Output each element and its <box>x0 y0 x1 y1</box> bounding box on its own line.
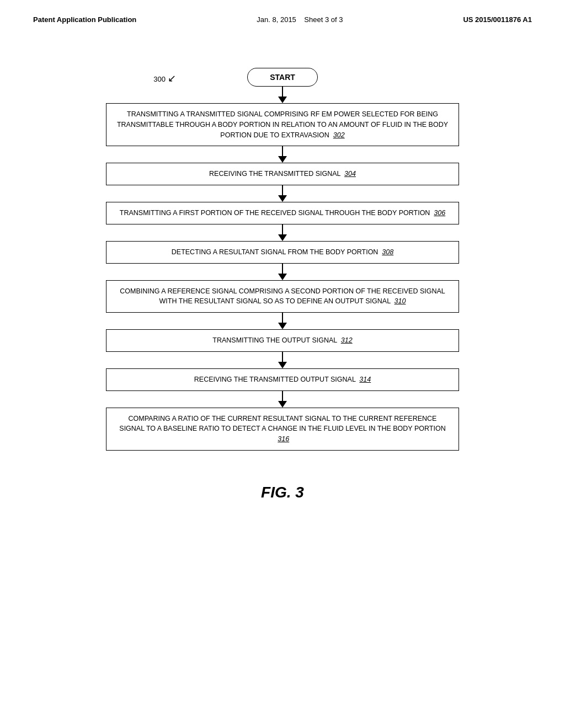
step-302-text: TRANSMITTING A TRANSMITTED SIGNAL COMPRI… <box>117 110 448 139</box>
step-316-text: COMPARING A RATIO OF THE CURRENT RESULTA… <box>119 415 445 443</box>
page-header: Patent Application Publication Jan. 8, 2… <box>0 0 565 24</box>
step-306-box: TRANSMITTING A FIRST PORTION OF THE RECE… <box>106 202 459 224</box>
page: Patent Application Publication Jan. 8, 2… <box>0 0 565 728</box>
step-304-num: 304 <box>344 170 356 178</box>
connector-4 <box>278 264 287 280</box>
step-314-text: RECEIVING THE TRANSMITTED OUTPUT SIGNAL … <box>194 376 371 383</box>
arrow-head <box>278 234 287 241</box>
step-310-box: COMBINING A REFERENCE SIGNAL COMPRISING … <box>106 280 459 313</box>
figure-label: FIG. 3 <box>0 484 565 501</box>
header-patent-number: US 2015/0011876 A1 <box>463 15 532 24</box>
header-sheet: Sheet 3 of 3 <box>304 15 343 24</box>
start-label: START <box>270 73 295 82</box>
connector-5 <box>278 313 287 329</box>
step-312-box: TRANSMITTING THE OUTPUT SIGNAL 312 <box>106 329 459 352</box>
arrow-head <box>278 401 287 408</box>
connector-6 <box>278 352 287 368</box>
arrow-line <box>282 352 283 362</box>
step-302-num: 302 <box>333 131 345 139</box>
step-314-box: RECEIVING THE TRANSMITTED OUTPUT SIGNAL … <box>106 368 459 391</box>
step-304-text: RECEIVING THE TRANSMITTED SIGNAL 304 <box>209 170 356 178</box>
arrow-head <box>278 274 287 280</box>
arrow-head <box>278 156 287 163</box>
step-306-text: TRANSMITTING A FIRST PORTION OF THE RECE… <box>120 209 445 217</box>
arrow-line <box>282 313 283 323</box>
arrow-line <box>282 264 283 274</box>
connector-1 <box>278 146 287 163</box>
arrow-line <box>282 185 283 195</box>
start-ellipse: START <box>247 68 318 87</box>
step-306-num: 306 <box>434 209 445 217</box>
arrow-head <box>278 362 287 368</box>
step-316-box: COMPARING A RATIO OF THE CURRENT RESULTA… <box>106 408 459 451</box>
connector-7 <box>278 391 287 408</box>
step-310-text: COMBINING A REFERENCE SIGNAL COMPRISING … <box>120 287 445 306</box>
arrow-line <box>282 224 283 234</box>
step-310-num: 310 <box>395 297 406 305</box>
header-date: Jan. 8, 2015 <box>257 15 296 24</box>
header-date-sheet: Jan. 8, 2015 Sheet 3 of 3 <box>257 15 343 24</box>
label-300: 300 ↙ <box>153 72 175 84</box>
step-312-text: TRANSMITTING THE OUTPUT SIGNAL 312 <box>212 336 352 344</box>
arrow-line <box>282 87 283 97</box>
step-308-num: 308 <box>382 248 393 256</box>
arrow-head <box>278 97 287 103</box>
flowchart-diagram: 300 ↙ START TRANSMITTING A TRANSMITTED S… <box>0 68 565 451</box>
connector-2 <box>278 185 287 202</box>
arrow-head <box>278 323 287 329</box>
arrow-line <box>282 146 283 156</box>
arrow-line <box>282 391 283 401</box>
step-308-box: DETECTING A RESULTANT SIGNAL FROM THE BO… <box>106 241 459 264</box>
step-316-num: 316 <box>278 435 289 443</box>
step-308-text: DETECTING A RESULTANT SIGNAL FROM THE BO… <box>172 248 393 256</box>
step-312-num: 312 <box>341 336 353 344</box>
arrow-head <box>278 195 287 202</box>
connector-3 <box>278 224 287 241</box>
step-314-num: 314 <box>359 376 371 383</box>
step-302-box: TRANSMITTING A TRANSMITTED SIGNAL COMPRI… <box>106 103 459 146</box>
connector-0 <box>278 87 287 103</box>
start-node-container: 300 ↙ START <box>247 68 318 87</box>
header-publication-label: Patent Application Publication <box>33 15 136 24</box>
step-304-box: RECEIVING THE TRANSMITTED SIGNAL 304 <box>106 163 459 185</box>
